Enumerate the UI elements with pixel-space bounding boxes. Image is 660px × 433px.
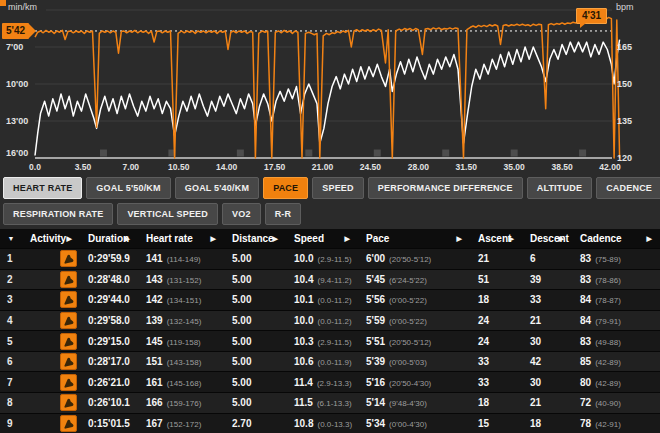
lap-row[interactable]: 50:29'15.0145(119-158)5.0010.3(2.9-11.5)… [0,330,660,351]
metric-button-vertical-speed[interactable]: VERTICAL SPEED [117,203,218,225]
column-header-cadence[interactable]: Cadence▶ [572,229,660,248]
lap-row[interactable]: 30:29'44.0142(134-151)5.0010.1(0.0-11.2)… [0,289,660,310]
lap-marker-handle [442,150,449,157]
lap-number: 3 [0,294,22,305]
activity-icon[interactable] [60,312,77,329]
lap-row[interactable]: 60:28'17.0151(143-158)5.0010.6(0.0-11.9)… [0,351,660,372]
running-shoe-icon [62,314,75,327]
descent-cell: 30 [522,336,572,347]
column-header-label: Cadence [580,233,622,244]
lap-row[interactable]: 10:29'59.9141(114-149)5.0010.0(2.9-11.5)… [0,248,660,269]
metric-button-pace[interactable]: PACE [263,177,308,199]
distance-cell: 5.00 [224,274,286,285]
lap-number: 5 [0,336,22,347]
toolbar-row: RESPIRATION RATEVERTICAL SPEEDVO2R-R [3,203,657,225]
heart-rate-cell: 141(114-149) [138,253,224,264]
lap-row[interactable]: 90:15'01.5167(152-172)2.7010.8(0.0-13.3)… [0,413,660,433]
column-header-descent[interactable]: Descent▶ [522,229,572,248]
metric-button-altitude[interactable]: ALTITUDE [527,177,592,199]
x-axis-tick: 0.0 [29,162,41,172]
metric-button-goal-5-40-km[interactable]: GOAL 5'40/KM [175,177,259,199]
x-axis-tick: 42.00 [599,162,621,172]
laps-table: ▼Activity▶Duration▶Heart rate▶Distance▶S… [0,229,660,433]
activity-cell [22,353,80,370]
column-header-label: Duration [88,233,129,244]
metric-button-respiration-rate[interactable]: RESPIRATION RATE [3,203,113,225]
running-shoe-icon [62,293,75,306]
column-header-speed[interactable]: Speed▶ [286,229,358,248]
pace-cell: 5'16(20'50-4'30) [358,377,470,388]
column-header-duration[interactable]: Duration▶ [80,229,138,248]
sort-descending-icon[interactable]: ▼ [8,235,15,242]
running-shoe-icon [62,355,75,368]
distance-cell: 5.00 [224,377,286,388]
x-axis-tick: 10.50 [168,162,190,172]
activity-icon[interactable] [60,415,77,432]
descent-cell: 39 [522,274,572,285]
lap-marker-handle [237,150,244,157]
sort-arrow-icon[interactable]: ▶ [125,235,130,243]
sort-arrow-icon[interactable]: ▶ [211,235,216,243]
activity-icon[interactable] [60,353,77,370]
sort-arrow-icon[interactable]: ▶ [345,235,350,243]
activity-icon[interactable] [60,250,77,267]
right-axis-tick: 165 [617,42,632,52]
sort-arrow-icon[interactable]: ▶ [509,235,514,243]
metric-button-vo2[interactable]: VO2 [222,203,261,225]
sort-arrow-icon[interactable]: ▶ [457,235,462,243]
column-header-pace[interactable]: Pace▶ [358,229,470,248]
duration-cell: 0:29'58.0 [80,315,138,326]
lap-number: 8 [0,397,22,408]
right-axis-tick: 135 [617,116,632,126]
column-header-label: Speed [294,233,324,244]
descent-cell: 6 [522,253,572,264]
sort-arrow-icon[interactable]: ▶ [273,235,278,243]
duration-cell: 0:28'48.0 [80,274,138,285]
metric-button-r-r[interactable]: R-R [265,203,302,225]
lap-row[interactable]: 80:26'10.1166(159-176)5.0011.5(6.1-13.3)… [0,392,660,413]
activity-icon[interactable] [60,374,77,391]
column-header-heart-rate[interactable]: Heart rate▶ [138,229,224,248]
activity-cell [22,250,80,267]
lap-row[interactable]: 20:28'48.0143(131-152)5.0010.4(9.4-11.2)… [0,269,660,290]
lap-number: 6 [0,356,22,367]
distance-cell: 5.00 [224,336,286,347]
sort-arrow-icon[interactable]: ▶ [559,235,564,243]
activity-icon[interactable] [60,271,77,288]
metric-button-goal-5-50-km[interactable]: GOAL 5'50/KM [86,177,170,199]
descent-cell: 42 [522,356,572,367]
column-header-activity[interactable]: Activity▶ [22,229,80,248]
sort-arrow-icon[interactable]: ▶ [647,235,652,243]
activity-icon[interactable] [60,394,77,411]
ascent-cell: 24 [470,315,522,326]
speed-cell: 11.4(2.9-13.3) [286,377,358,388]
chart-plot-area[interactable]: 7'0010'0013'0016'001651501351200.03.507.… [0,0,660,173]
metric-button-speed[interactable]: SPEED [312,177,364,199]
column-header-distance[interactable]: Distance▶ [224,229,286,248]
descent-cell: 21 [522,315,572,326]
running-shoe-icon [62,396,75,409]
cadence-cell: 84(78-87) [572,294,660,305]
metric-toggle-toolbar: HEART RATEGOAL 5'50/KMGOAL 5'40/KMPACESP… [3,177,657,229]
heart-rate-cell: 161(145-168) [138,377,224,388]
activity-icon[interactable] [60,291,77,308]
left-axis-tick: 13'00 [6,116,28,126]
activity-icon[interactable] [60,333,77,350]
pace-cell: 5'14(9'48-4'30) [358,397,470,408]
lap-number: 4 [0,315,22,326]
duration-cell: 0:26'10.1 [80,397,138,408]
sort-arrow-icon[interactable]: ▶ [67,235,72,243]
column-header-ascent[interactable]: Ascent▶ [470,229,522,248]
ascent-cell: 24 [470,336,522,347]
activity-cell [22,271,80,288]
metric-button-cadence[interactable]: CADENCE [596,177,660,199]
lap-row[interactable]: 70:26'21.0161(145-168)5.0011.4(2.9-13.3)… [0,371,660,392]
left-axis-tick: 10'00 [6,79,28,89]
x-axis-tick: 21.00 [312,162,334,172]
distance-cell: 5.00 [224,253,286,264]
lap-number: 9 [0,418,22,429]
lap-number: 2 [0,274,22,285]
metric-button-performance-difference[interactable]: PERFORMANCE DIFFERENCE [368,177,523,199]
lap-row[interactable]: 40:29'58.0139(132-145)5.0010.0(0.0-11.2)… [0,310,660,331]
metric-button-heart-rate[interactable]: HEART RATE [3,177,82,199]
